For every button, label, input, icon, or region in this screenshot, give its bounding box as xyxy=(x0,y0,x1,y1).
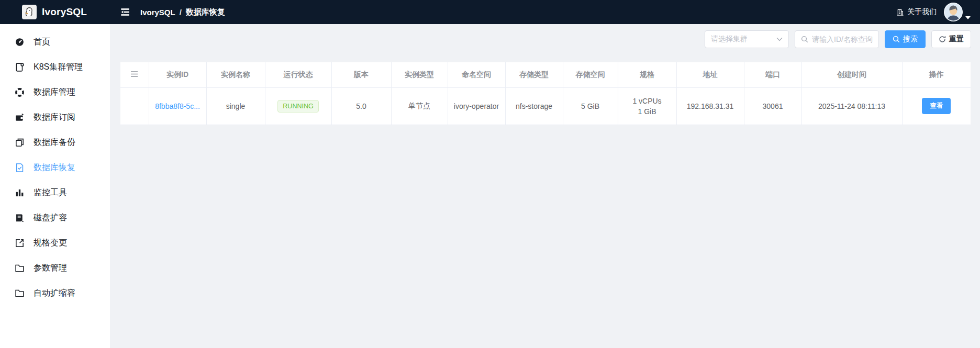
sidebar-item-home[interactable]: 首页 xyxy=(0,31,110,52)
sidebar-item-label: 数据库管理 xyxy=(34,87,75,98)
sidebar-item-database-subscribe[interactable]: 数据库订阅 xyxy=(0,107,110,128)
cell-storage-size: 5 GiB xyxy=(563,87,618,125)
sidebar-item-label: 首页 xyxy=(34,37,50,48)
chevron-down-icon xyxy=(965,16,971,19)
disk-expand-icon xyxy=(14,212,25,223)
instances-table: 实例ID 实例名称 运行状态 版本 实例类型 命名空间 存储类型 存储空间 规格… xyxy=(120,62,971,125)
cluster-select[interactable]: 请选择集群 xyxy=(705,30,789,48)
about-us-link[interactable]: 关于我们 xyxy=(896,7,937,17)
col-instance-name: 实例名称 xyxy=(206,62,265,87)
cell-instance-name: single xyxy=(206,87,265,125)
sidebar-item-param-manage[interactable]: 参数管理 xyxy=(0,257,110,278)
refresh-icon xyxy=(939,36,946,43)
column-settings-icon[interactable] xyxy=(130,71,138,77)
cell-instance-type: 单节点 xyxy=(391,87,448,125)
about-us-label: 关于我们 xyxy=(907,7,937,17)
sidebar-item-spec-change[interactable]: 规格变更 xyxy=(0,232,110,253)
sidebar-item-database-manage[interactable]: 数据库管理 xyxy=(0,82,110,103)
brand-link[interactable]: IvorySQL xyxy=(0,5,110,19)
sidebar-item-disk-expand[interactable]: 磁盘扩容 xyxy=(0,207,110,228)
search-button-label: 搜索 xyxy=(903,35,918,44)
search-input[interactable] xyxy=(812,35,873,43)
search-icon xyxy=(801,36,808,43)
cell-actions: 查看 xyxy=(902,87,971,125)
col-status: 运行状态 xyxy=(265,62,331,87)
col-created-at: 创建时间 xyxy=(801,62,902,87)
database-subscribe-icon xyxy=(14,112,25,122)
folder-icon xyxy=(14,288,25,298)
column-settings-header xyxy=(120,62,149,87)
sidebar-item-label: 数据库订阅 xyxy=(34,112,75,123)
dashboard-icon xyxy=(14,37,25,47)
sidebar-item-label: 数据库恢复 xyxy=(34,162,75,173)
col-spec: 规格 xyxy=(618,62,676,87)
sidebar-item-label: 自动扩缩容 xyxy=(34,288,75,299)
col-address: 地址 xyxy=(676,62,744,87)
top-bar: IvorySQL IvorySQL / 数据库恢复 关于我们 xyxy=(0,0,980,24)
reset-button-label: 重置 xyxy=(949,35,964,44)
ivorysql-logo-icon xyxy=(22,5,37,19)
topbar-right: 关于我们 xyxy=(896,3,980,21)
filter-bar: 请选择集群 搜索 重置 xyxy=(110,24,980,48)
cluster-select-placeholder: 请选择集群 xyxy=(711,35,773,44)
avatar xyxy=(944,3,963,21)
sidebar-item-label: 规格变更 xyxy=(34,238,67,249)
table-header-row: 实例ID 实例名称 运行状态 版本 实例类型 命名空间 存储类型 存储空间 规格… xyxy=(120,62,971,87)
database-backup-icon xyxy=(14,137,25,148)
breadcrumb: IvorySQL / 数据库恢复 xyxy=(140,7,225,17)
col-instance-id: 实例ID xyxy=(149,62,206,87)
sidebar-item-label: 参数管理 xyxy=(34,263,67,274)
col-namespace: 命名空间 xyxy=(448,62,505,87)
menu-fold-icon[interactable] xyxy=(119,6,131,18)
reset-button[interactable]: 重置 xyxy=(931,30,971,48)
table-row: 8fbba8f8-5c... single RUNNING 5.0 单节点 iv… xyxy=(120,87,971,125)
sidebar-item-database-backup[interactable]: 数据库备份 xyxy=(0,132,110,153)
col-port: 端口 xyxy=(744,62,801,87)
brand-title: IvorySQL xyxy=(42,6,87,18)
sidebar-item-database-restore[interactable]: 数据库恢复 xyxy=(0,157,110,178)
status-badge: RUNNING xyxy=(277,100,318,113)
cell-storage-type: nfs-storage xyxy=(505,87,563,125)
view-button[interactable]: 查看 xyxy=(922,98,951,114)
sidebar-item-monitor-tools[interactable]: 监控工具 xyxy=(0,182,110,203)
col-actions: 操作 xyxy=(902,62,971,87)
search-icon xyxy=(893,36,900,43)
sidebar-item-label: K8S集群管理 xyxy=(34,62,83,73)
cell-address: 192.168.31.31 xyxy=(676,87,744,125)
folder-icon xyxy=(14,263,25,273)
monitor-icon xyxy=(14,187,25,198)
breadcrumb-item-current: 数据库恢复 xyxy=(186,7,225,17)
building-icon xyxy=(896,8,904,16)
spec-change-icon xyxy=(14,238,25,248)
breadcrumb-item-root[interactable]: IvorySQL xyxy=(140,8,175,17)
col-version: 版本 xyxy=(331,62,391,87)
chevron-down-icon xyxy=(776,37,783,41)
database-manage-icon xyxy=(14,87,25,97)
main-content: 请选择集群 搜索 重置 xyxy=(110,24,980,348)
sidebar-item-k8s-cluster[interactable]: K8S集群管理 xyxy=(0,57,110,77)
sidebar-menu: 首页 K8S集群管理 数据库管理 数据库订阅 数据库备份 xyxy=(0,24,110,304)
col-storage-size: 存储空间 xyxy=(563,62,618,87)
breadcrumb-separator: / xyxy=(180,8,182,17)
database-restore-icon xyxy=(14,162,25,173)
search-field[interactable] xyxy=(795,30,879,48)
user-menu[interactable] xyxy=(944,3,971,21)
cell-status: RUNNING xyxy=(265,87,331,125)
sidebar-item-label: 数据库备份 xyxy=(34,137,75,148)
col-instance-type: 实例类型 xyxy=(391,62,448,87)
cell-version: 5.0 xyxy=(331,87,391,125)
cell-expand xyxy=(120,87,149,125)
sidebar-item-label: 磁盘扩容 xyxy=(34,212,67,223)
search-button[interactable]: 搜索 xyxy=(885,30,926,48)
sidebar-item-auto-scale[interactable]: 自动扩缩容 xyxy=(0,283,110,304)
cell-port: 30061 xyxy=(744,87,801,125)
spec-cpu: 1 vCPUs xyxy=(620,96,674,106)
spec-memory: 1 GiB xyxy=(620,106,674,117)
cell-instance-id: 8fbba8f8-5c... xyxy=(149,87,206,125)
sidebar: 首页 K8S集群管理 数据库管理 数据库订阅 数据库备份 xyxy=(0,24,110,348)
sidebar-item-label: 监控工具 xyxy=(34,187,67,198)
col-storage-type: 存储类型 xyxy=(505,62,563,87)
instance-id-link[interactable]: 8fbba8f8-5c... xyxy=(155,102,200,110)
cell-created-at: 2025-11-24 08:11:13 xyxy=(801,87,902,125)
cell-spec: 1 vCPUs 1 GiB xyxy=(618,87,676,125)
